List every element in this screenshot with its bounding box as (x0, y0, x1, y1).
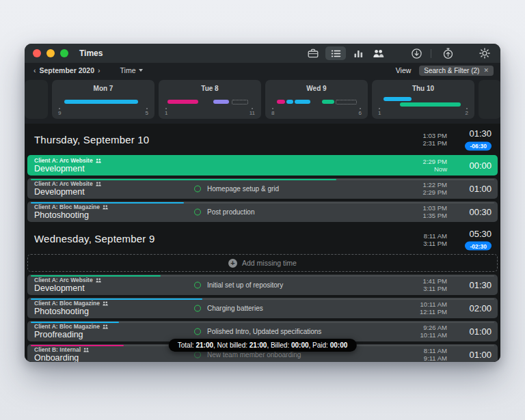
titlebar-icons (301, 46, 492, 60)
close-button[interactable] (33, 49, 41, 57)
entry-task: Development (34, 187, 101, 197)
stopwatch-icon[interactable] (440, 46, 455, 60)
day-diff-badge: -06:30 (465, 141, 492, 150)
weekday-label: Mon 7 (52, 85, 154, 92)
day-start-hour: 8 (271, 108, 274, 116)
month-label[interactable]: September 2020 (40, 66, 95, 74)
start-timer-icon[interactable] (409, 46, 424, 60)
minimize-button[interactable] (46, 49, 55, 57)
entry-duration: 01:00 (469, 326, 492, 337)
entry-note: New team member onboarding (194, 351, 301, 359)
day-activity-bar (336, 100, 357, 104)
entry-progress-fill (31, 202, 184, 204)
tooltip-label: , Billed: (267, 341, 291, 349)
day-start-hour: 9 (58, 108, 61, 116)
entry-task: Development (34, 283, 101, 293)
entry-time-range: 2:29 PMNow (423, 158, 447, 173)
prev-month-button[interactable]: ‹ (31, 66, 38, 74)
plus-icon (228, 259, 237, 268)
task-status-icon[interactable] (194, 185, 201, 192)
weekday-cell-tue[interactable]: Tue 8 1 11 (159, 80, 261, 119)
entry-duration: 00:00 (469, 160, 492, 171)
entry-task: Development (34, 164, 101, 173)
entry-progress-fill (31, 179, 336, 180)
timesheet-view-icon[interactable] (325, 46, 346, 60)
entry-progress-track (31, 202, 494, 204)
day-activity-bar (286, 100, 293, 104)
day-activity-bar (213, 100, 228, 104)
shared-team-icon (103, 205, 108, 210)
entry-duration: 01:00 (469, 350, 492, 360)
task-status-icon[interactable] (194, 305, 201, 311)
task-status-icon[interactable] (194, 208, 201, 215)
day-end-hour: 5 (146, 108, 148, 116)
entry-progress-fill (31, 298, 202, 300)
shared-team-icon (83, 348, 89, 352)
weekday-activity-bars (58, 97, 148, 107)
entry-progress-fill (31, 345, 124, 346)
zoom-button[interactable] (60, 49, 68, 57)
view-button[interactable]: View (396, 66, 412, 74)
weekday-label: Thu 10 (372, 85, 474, 92)
projects-icon[interactable] (306, 46, 321, 60)
mode-dropdown[interactable]: Time (120, 66, 143, 74)
add-missing-time-button[interactable]: Add missing time (27, 254, 498, 272)
traffic-lights (33, 49, 68, 57)
entry-progress-track (31, 179, 494, 180)
weekday-cell-partial-right[interactable] (479, 80, 500, 119)
task-status-icon[interactable] (194, 328, 201, 335)
day-start-hour: 1 (165, 108, 167, 116)
clear-filter-icon[interactable]: ✕ (483, 67, 489, 74)
weekday-cell-thu[interactable]: Thu 10 1 2 (372, 80, 474, 119)
entry-time-range: 1:03 PM1:35 PM (423, 204, 447, 219)
entry-note: Polished Intro, Updated specifications (194, 328, 321, 335)
day-total: 01:30 (465, 128, 492, 139)
day-activity-bar (167, 100, 198, 104)
time-entry-row[interactable]: Client A: Arc Website Development Initia… (27, 275, 498, 295)
entry-duration: 02:00 (469, 303, 492, 313)
time-entries-list: Thursday, September 10 1:03 PM2:31 PM 01… (25, 124, 500, 362)
time-entry-row-running[interactable]: Client A: Arc Website Development 2:29 P… (27, 155, 498, 176)
day-activity-bar (277, 100, 285, 104)
entry-project: Client A: Bloc Magazine (34, 300, 100, 307)
entry-duration: 00:30 (469, 207, 492, 217)
tooltip-value: 00:00 (330, 341, 348, 349)
tooltip-value: 00:00 (291, 341, 309, 349)
entry-project: Client A: Arc Website (34, 277, 93, 283)
entry-time-range: 8:11 AM9:11 AM (424, 347, 447, 362)
search-filter-label: Search & Filter (2) (424, 67, 479, 74)
time-entry-row[interactable]: Client A: Arc Website Development Homepa… (27, 178, 498, 199)
day-time-range: 8:11 AM3:11 PM (423, 232, 447, 247)
weekday-cell-partial-left[interactable] (25, 80, 48, 119)
day-start-hour: 1 (378, 108, 381, 116)
entry-note: Initial set up of repository (194, 281, 283, 289)
entry-progress-fill (31, 275, 161, 277)
tooltip-label: , Not billed: (213, 341, 250, 349)
entry-task: Onboarding (34, 353, 89, 362)
entry-progress-track (31, 298, 494, 300)
task-status-icon[interactable] (194, 281, 201, 288)
entry-task: Proofreading (34, 330, 108, 339)
entry-time-range: 1:22 PM2:29 PM (423, 181, 447, 196)
day-activity-bar (232, 100, 248, 104)
shared-team-icon (96, 182, 101, 186)
day-header-wednesday: Wednesday, September 9 8:11 AM3:11 PM 05… (25, 225, 500, 254)
task-status-icon[interactable] (194, 351, 201, 358)
tooltip-value: 21:00 (196, 341, 213, 349)
day-time-range: 1:03 PM2:31 PM (423, 132, 447, 147)
day-total-column: 01:30 -06:30 (465, 128, 492, 151)
entry-task: Photoshooting (34, 210, 108, 220)
entry-project: Client B: Internal (34, 346, 81, 353)
time-entry-row[interactable]: Client A: Bloc Magazine Photoshooting Po… (27, 201, 498, 222)
team-icon[interactable] (371, 46, 386, 60)
entry-project: Client A: Arc Website (34, 157, 93, 164)
search-filter-pill[interactable]: Search & Filter (2) ✕ (419, 66, 494, 76)
weekday-cell-mon[interactable]: Mon 7 9 5 (52, 80, 154, 119)
settings-gear-icon[interactable] (477, 46, 492, 60)
time-entry-row[interactable]: Client A: Bloc Magazine Photoshooting Ch… (27, 298, 498, 318)
weekday-cell-wed[interactable]: Wed 9 8 6 (265, 80, 368, 119)
entry-note: Homepage setup & grid (194, 185, 279, 193)
next-month-button[interactable]: › (96, 66, 103, 74)
reports-icon[interactable] (351, 46, 366, 60)
app-window: Times ‹ (25, 44, 500, 362)
